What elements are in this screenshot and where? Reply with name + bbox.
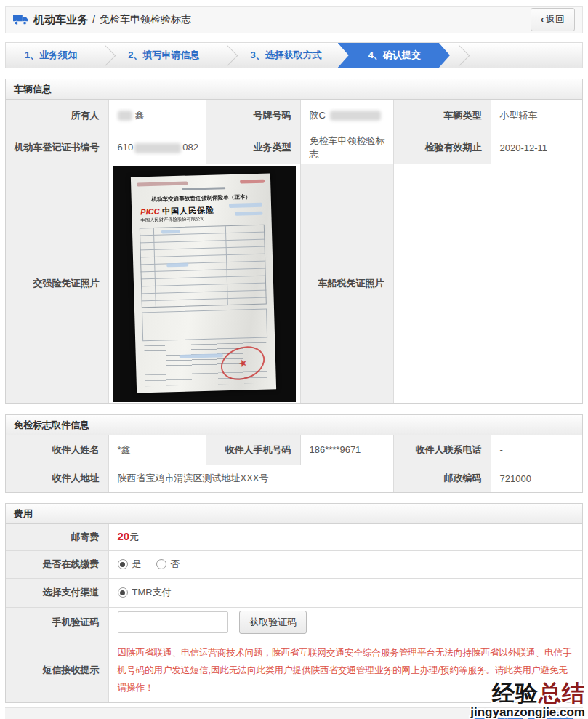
- chevron-left-icon: ‹: [541, 15, 544, 25]
- page: 机动车业务 / 免检车申领检验标志 ‹ 返回 1、业务须知 2、填写申请信息 3…: [0, 0, 588, 719]
- doc-header-mark: [182, 187, 225, 190]
- back-button[interactable]: ‹ 返回: [531, 8, 575, 31]
- owner-label: 所有人: [6, 100, 108, 132]
- radio-yes-label[interactable]: 是: [132, 558, 142, 571]
- recipient-name-label: 收件人姓名: [6, 435, 108, 465]
- pickup-info-table: 收件人姓名 *鑫 收件人手机号码 186****9671 收件人联系电话 - 收…: [6, 435, 582, 492]
- breadcrumb-separator: /: [92, 14, 95, 25]
- doc-table-grid: [139, 224, 266, 308]
- redaction-blur: [235, 211, 262, 215]
- insurance-photo-cell: 机动车交通事故责任强制保险单（正本） PICC 中国人民保险 中国人民财产保险股…: [108, 164, 300, 403]
- step-separator-icon: [450, 43, 463, 68]
- valid-until-value: 2020-12-11: [491, 132, 582, 164]
- recipient-mobile-value: 186****9671: [300, 435, 393, 465]
- step-4-confirm-submit[interactable]: 4、确认提交: [338, 43, 450, 68]
- postage-value: 20元: [108, 524, 582, 550]
- picc-logo: PICC: [140, 206, 160, 216]
- submit-button-fragment[interactable]: [528, 712, 573, 719]
- redaction-blur: [166, 262, 188, 267]
- vehicle-info-table: 所有人 鑫 号牌号码 陕C 车辆类型 小型轿车 机动车登记证书编号 610082…: [6, 100, 582, 403]
- redaction-blur: [134, 143, 181, 153]
- table-row: 是否在线缴费 是 否: [6, 550, 582, 578]
- table-row: 所有人 鑫 号牌号码 陕C 车辆类型 小型轿车: [6, 100, 582, 132]
- table-row: 收件人地址 陕西省宝鸡市渭滨区测试地址XXX号 邮政编码 721000: [6, 465, 582, 492]
- page-header: 机动车业务 / 免检车申领检验标志 ‹ 返回: [5, 6, 583, 33]
- reg-cert-label: 机动车登记证书编号: [6, 132, 108, 164]
- step-separator-icon: [96, 43, 109, 68]
- vehicle-type-value: 小型轿车: [491, 100, 582, 132]
- plate-value: 陕C: [300, 100, 393, 132]
- back-button-label: 返回: [546, 13, 565, 26]
- recipient-phone-label: 收件人联系电话: [393, 435, 491, 465]
- owner-value: 鑫: [108, 100, 206, 132]
- sms-tip-text: 因陕西省联通、电信运营商技术问题，陕西省互联网交通安全综合服务管理平台无法向持陕…: [109, 638, 583, 702]
- sms-tip-cell: 因陕西省联通、电信运营商技术问题，陕西省互联网交通安全综合服务管理平台无法向持陕…: [108, 638, 582, 702]
- fees-section: 费用 邮寄费 20元 是否在线缴费 是 否: [5, 503, 583, 703]
- insurance-document: 机动车交通事故责任强制保险单（正本） PICC 中国人民保险 中国人民财产保险股…: [130, 173, 275, 393]
- valid-until-label: 检验有效期止: [393, 132, 491, 164]
- vehicle-info-section: 车辆信息 所有人 鑫 号牌号码 陕C 车辆类型 小型轿车 机动车登记证书编号 6…: [5, 79, 583, 404]
- table-row: 交强险凭证照片 机动车交通事故责任强制保险单（正本） PICC 中国人民保险: [6, 164, 582, 403]
- step-wizard: 1、业务须知 2、填写申请信息 3、选择获取方式 4、确认提交: [5, 42, 583, 68]
- radio-online-pay-yes[interactable]: [118, 559, 128, 569]
- business-type-value: 免检车申领检验标志: [300, 132, 393, 164]
- table-row: 手机验证码 获取验证码: [6, 607, 582, 638]
- redaction-blur: [330, 111, 381, 121]
- table-row: 机动车登记证书编号 610082 业务类型 免检车申领检验标志 检验有效期止 2…: [6, 132, 582, 164]
- doc-header-mark: [240, 179, 265, 183]
- previous-step-button[interactable]: 上一步: [472, 710, 523, 719]
- tax-photo-cell-empty: [393, 164, 582, 403]
- doc-header-mark: [137, 181, 188, 186]
- page-title: 机动车业务: [33, 13, 88, 27]
- truck-icon: [13, 14, 29, 25]
- redaction-blur: [118, 111, 132, 121]
- radio-online-pay-no[interactable]: [156, 559, 166, 569]
- recipient-address-label: 收件人地址: [6, 465, 108, 492]
- online-pay-label: 是否在线缴费: [6, 550, 108, 578]
- pickup-info-title: 免检标志取件信息: [6, 415, 582, 435]
- table-row: 短信接收提示 因陕西省联通、电信运营商技术问题，陕西省互联网交通安全综合服务管理…: [6, 638, 582, 702]
- zip-code-label: 邮政编码: [393, 465, 491, 492]
- bottom-action-bar: 上一步: [5, 707, 583, 719]
- sms-tip-label: 短信接收提示: [6, 638, 108, 702]
- doc-title: 机动车交通事故责任强制保险单（正本）: [134, 193, 267, 204]
- radio-tmr-pay[interactable]: [118, 587, 128, 598]
- get-captcha-button[interactable]: 获取验证码: [239, 611, 307, 634]
- online-pay-options: 是 否: [108, 550, 582, 578]
- recipient-address-value: 陕西省宝鸡市渭滨区测试地址XXX号: [108, 465, 393, 492]
- redaction-blur: [228, 202, 262, 207]
- pickup-info-section: 免检标志取件信息 收件人姓名 *鑫 收件人手机号码 186****9671 收件…: [5, 414, 583, 493]
- fees-table: 邮寄费 20元 是否在线缴费 是 否 选择支付渠道: [6, 524, 582, 702]
- recipient-phone-value: -: [491, 435, 582, 465]
- step-2-fill-application[interactable]: 2、填写申请信息: [109, 43, 218, 68]
- insurance-document-photo[interactable]: 机动车交通事故责任强制保险单（正本） PICC 中国人民保险 中国人民财产保险股…: [113, 166, 296, 402]
- step-1-business-notice[interactable]: 1、业务须知: [6, 43, 96, 68]
- reg-cert-value: 610082: [108, 132, 206, 164]
- step-3-choose-delivery[interactable]: 3、选择获取方式: [231, 43, 340, 68]
- table-row: 收件人姓名 *鑫 收件人手机号码 186****9671 收件人联系电话 -: [6, 435, 582, 465]
- step-separator-icon: [218, 43, 231, 68]
- captcha-input[interactable]: [118, 611, 228, 633]
- zip-code-value: 721000: [491, 465, 582, 492]
- plate-label: 号牌号码: [206, 100, 300, 132]
- doc-mid-box: [142, 308, 267, 341]
- table-row: 邮寄费 20元: [6, 524, 582, 550]
- doc-company: 中国人民财产保险股份有限公司: [140, 215, 204, 223]
- radio-no-label[interactable]: 否: [171, 558, 180, 571]
- postage-unit: 元: [129, 531, 139, 542]
- business-type-label: 业务类型: [206, 132, 300, 164]
- radio-tmr-label[interactable]: TMR支付: [132, 586, 172, 599]
- pay-channel-label: 选择支付渠道: [6, 578, 108, 607]
- recipient-mobile-label: 收件人手机号码: [206, 435, 300, 465]
- captcha-label: 手机验证码: [6, 607, 108, 638]
- recipient-name-value: *鑫: [108, 435, 206, 465]
- postage-label: 邮寄费: [6, 524, 108, 550]
- postage-amount: 20: [118, 530, 130, 542]
- fees-title: 费用: [6, 504, 582, 524]
- tax-photo-label: 车船税凭证照片: [300, 164, 393, 403]
- pay-channel-options: TMR支付: [108, 578, 582, 607]
- insurance-photo-label: 交强险凭证照片: [6, 164, 108, 403]
- table-row: 选择支付渠道 TMR支付: [6, 578, 582, 607]
- captcha-cell: 获取验证码: [108, 607, 582, 638]
- page-subtitle: 免检车申领检验标志: [100, 13, 191, 26]
